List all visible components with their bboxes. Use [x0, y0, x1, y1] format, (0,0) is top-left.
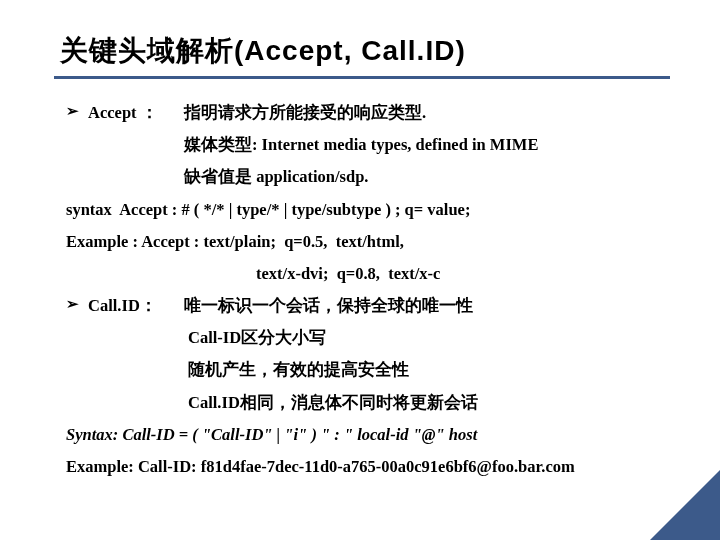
accept-desc-2: 媒体类型: Internet media types, defined in M…: [66, 129, 670, 161]
bullet-icon: ➢: [66, 97, 88, 126]
callid-label: Call.ID：: [88, 290, 184, 322]
callid-desc-4: Call.ID相同，消息体不同时将更新会话: [66, 387, 670, 419]
accept-example-1: Example : Accept : text/plain; q=0.5, te…: [66, 226, 670, 258]
accept-header-row: ➢ Accept ： 指明请求方所能接受的响应类型.: [66, 97, 670, 129]
callid-syntax: Syntax: Call-ID = ( "Call-ID" | "i" ) " …: [66, 419, 670, 451]
callid-example: Example: Call-ID: f81d4fae-7dec-11d0-a76…: [66, 451, 670, 483]
corner-decoration: [650, 470, 720, 540]
accept-syntax: syntax Accept : # ( */* | type/* | type/…: [66, 194, 670, 226]
accept-desc-3: 缺省值是 application/sdp.: [66, 161, 670, 193]
accept-label: Accept ：: [88, 97, 184, 129]
callid-desc-2: Call-ID区分大小写: [66, 322, 670, 354]
callid-desc-1: 唯一标识一个会话，保持全球的唯一性: [184, 290, 473, 322]
callid-desc-3: 随机产生，有效的提高安全性: [66, 354, 670, 386]
slide: 关键头域解析(Accept, Call.ID) ➢ Accept ： 指明请求方…: [0, 0, 720, 540]
slide-title: 关键头域解析(Accept, Call.ID): [60, 32, 670, 70]
accept-desc-1: 指明请求方所能接受的响应类型.: [184, 97, 426, 129]
bullet-icon: ➢: [66, 290, 88, 319]
accept-example-2: text/x-dvi; q=0.8, text/x-c: [66, 258, 670, 290]
slide-body: ➢ Accept ： 指明请求方所能接受的响应类型. 媒体类型: Interne…: [66, 97, 670, 483]
callid-header-row: ➢ Call.ID： 唯一标识一个会话，保持全球的唯一性: [66, 290, 670, 322]
title-underline: [54, 76, 670, 79]
